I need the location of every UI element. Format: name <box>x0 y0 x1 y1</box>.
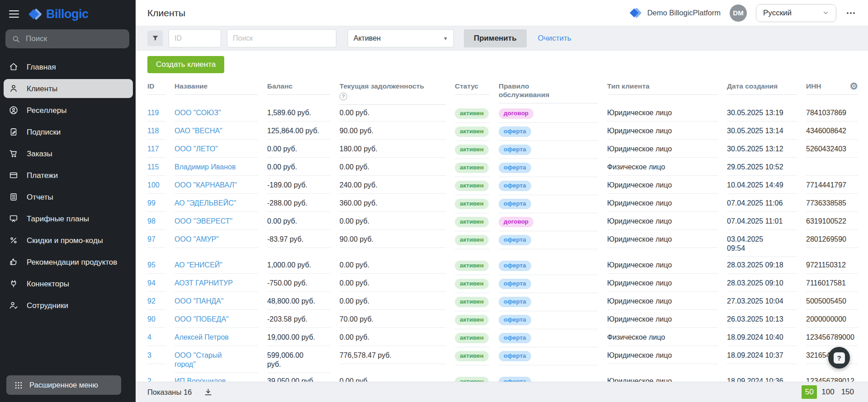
sidebar-item-reports[interactable]: Отчеты <box>0 187 136 207</box>
sidebar-item-connectors[interactable]: Коннекторы <box>0 273 136 294</box>
client-id-link[interactable]: 2 <box>147 373 165 382</box>
sidebar-item-label: Главная <box>27 62 56 72</box>
table-header-row: ID Название Баланс Текущая задолженность… <box>136 76 868 105</box>
status-filter-select[interactable]: Активен ▼ <box>348 29 454 47</box>
sidebar-item-orders[interactable]: Заказы <box>0 143 136 164</box>
clear-link[interactable]: Очистить <box>538 34 571 43</box>
client-id-link[interactable]: 90 <box>147 311 165 328</box>
client-id-link[interactable]: 100 <box>147 177 165 194</box>
plug-icon <box>8 278 19 289</box>
apply-button[interactable]: Применить <box>464 29 527 47</box>
sidebar-item-home[interactable]: Главная <box>0 56 136 77</box>
avatar[interactable]: DM <box>730 5 747 22</box>
download-button[interactable] <box>203 388 213 397</box>
client-name-link[interactable]: ООО "ЭВЕРЕСТ" <box>175 213 258 230</box>
client-name-link[interactable]: ООО "ПОБЕДА" <box>175 311 258 328</box>
client-name-link[interactable]: ООО "АМУР" <box>175 231 258 248</box>
client-name-link[interactable]: Владимир Иванов <box>175 159 258 176</box>
sidebar-item-resellers[interactable]: Реселлеры <box>0 100 136 121</box>
language-select[interactable]: Русский <box>756 4 836 22</box>
client-id-link[interactable]: 115 <box>147 159 165 176</box>
sidebar-item-employees[interactable]: Сотрудники <box>0 295 136 316</box>
sidebar-item-payments[interactable]: Платежи <box>0 165 136 186</box>
board-icon <box>8 213 19 224</box>
table-row: 100ООО "КАРНАВАЛ"-189.00 руб.240.00 руб.… <box>136 177 868 195</box>
column-header-balance[interactable]: Баланс <box>267 76 330 95</box>
help-fab-button[interactable]: ? <box>828 347 850 369</box>
help-circle-icon[interactable]: ? <box>340 93 347 100</box>
sidebar-menu: ГлавнаяКлиентыРеселлерыПодпискиЗаказыПла… <box>0 56 136 375</box>
column-header-inn[interactable]: ИНН ⚙ <box>806 76 858 95</box>
client-id-link[interactable]: 95 <box>147 257 165 274</box>
client-id-link[interactable]: 98 <box>147 213 165 230</box>
client-name-link[interactable]: АО "ЭДЕЛЬВЕЙС" <box>175 195 258 212</box>
sidebar-item-label: Подписки <box>27 127 61 137</box>
client-type-cell: Юридическое лицо <box>607 177 718 194</box>
inn-header-label: ИНН <box>806 82 821 90</box>
hamburger-menu-icon[interactable] <box>9 10 19 18</box>
gear-icon[interactable]: ⚙ <box>849 82 858 90</box>
client-name-link[interactable]: ИП Ворошилов <box>175 373 258 382</box>
sidebar-item-recommendations[interactable]: Рекомендации продуктов <box>0 252 136 272</box>
client-name-link[interactable]: ООО "ЛЕТО" <box>175 141 258 158</box>
client-name-link[interactable]: ООО "КАРНАВАЛ" <box>175 177 258 194</box>
search-filter-input[interactable] <box>227 29 336 47</box>
page-size-option-100[interactable]: 100 <box>819 385 836 399</box>
client-name-link[interactable]: Алексей Петров <box>175 329 258 346</box>
client-id-link[interactable]: 4 <box>147 329 165 346</box>
client-id-link[interactable]: 3 <box>147 347 165 364</box>
service-rule-badge: договор <box>499 108 533 119</box>
column-header-debt[interactable]: Текущая задолженность ? <box>340 76 446 105</box>
sidebar-search-input[interactable]: Поиск <box>5 29 129 48</box>
column-header-type[interactable]: Тип клиента <box>607 76 718 95</box>
client-type-cell: Юридическое лицо <box>607 141 718 158</box>
status-cell: активен <box>455 311 490 329</box>
client-id-link[interactable]: 118 <box>147 123 165 140</box>
client-id-link[interactable]: 94 <box>147 275 165 292</box>
inn-cell: 7736338585 <box>806 195 858 212</box>
debt-cell: 180.00 руб. <box>340 141 446 158</box>
service-rule-badge: оферта <box>499 145 531 155</box>
expanded-menu-button[interactable]: Расширенное меню <box>6 375 121 395</box>
status-cell: активен <box>455 275 490 293</box>
client-name-link[interactable]: ООО "СОЮЗ" <box>175 105 258 122</box>
client-id-link[interactable]: 99 <box>147 195 165 212</box>
more-menu-button[interactable] <box>845 8 856 19</box>
sidebar-item-tariff-plans[interactable]: Тарифные планы <box>0 208 136 229</box>
page-size-option-150[interactable]: 150 <box>839 385 856 399</box>
sidebar-item-clients[interactable]: Клиенты <box>4 79 133 98</box>
client-id-link[interactable]: 97 <box>147 231 165 248</box>
column-header-rule[interactable]: Правило обслуживания <box>499 76 598 103</box>
status-badge: активен <box>455 145 489 155</box>
client-name-link[interactable]: ОАО "ВЕСНА" <box>175 123 258 140</box>
sidebar-item-discounts[interactable]: Скидки и промо-коды <box>0 230 136 251</box>
rule-cell: оферта <box>499 177 598 195</box>
service-rule-badge: оферта <box>499 279 531 289</box>
client-id-link[interactable]: 92 <box>147 293 165 310</box>
sidebar-item-label: Рекомендации продуктов <box>27 257 117 267</box>
balance-cell: -288.00 руб. <box>267 195 330 212</box>
balance-cell: 1,000.00 руб. <box>267 257 330 274</box>
id-filter-input[interactable] <box>169 29 221 47</box>
client-name-link[interactable]: АОЗТ ГАРНИТУР <box>175 275 258 292</box>
create-client-button[interactable]: Создать клиента <box>147 56 224 73</box>
app-window: Billogic Поиск ГлавнаяКлиентыРеселлерыПо… <box>0 0 868 402</box>
inn-cell: 123456789012 <box>806 373 858 382</box>
pagination-bar: Показаны 16 50100150 <box>136 382 868 402</box>
client-id-link[interactable]: 119 <box>147 105 165 122</box>
client-id-link[interactable]: 117 <box>147 141 165 158</box>
shown-count-label: Показаны 16 <box>147 388 192 397</box>
sidebar-item-subscriptions[interactable]: Подписки <box>0 122 136 142</box>
column-header-id[interactable]: ID <box>147 76 165 95</box>
page-size-option-50[interactable]: 50 <box>802 385 817 399</box>
status-filter-value: Активен <box>354 34 381 42</box>
column-header-name[interactable]: Название <box>175 76 258 95</box>
balance-cell: -203.58 руб. <box>267 311 330 328</box>
service-rule-badge: оферта <box>499 377 531 382</box>
client-name-link[interactable]: ООО "Старый город" <box>175 347 258 373</box>
client-name-link[interactable]: АО "ЕНИСЕЙ" <box>175 257 258 274</box>
column-header-created[interactable]: Дата создания <box>727 76 797 95</box>
client-name-link[interactable]: ООО "ПАНДА" <box>175 293 258 310</box>
column-header-status[interactable]: Статус <box>455 76 490 95</box>
filter-button[interactable] <box>147 31 163 46</box>
